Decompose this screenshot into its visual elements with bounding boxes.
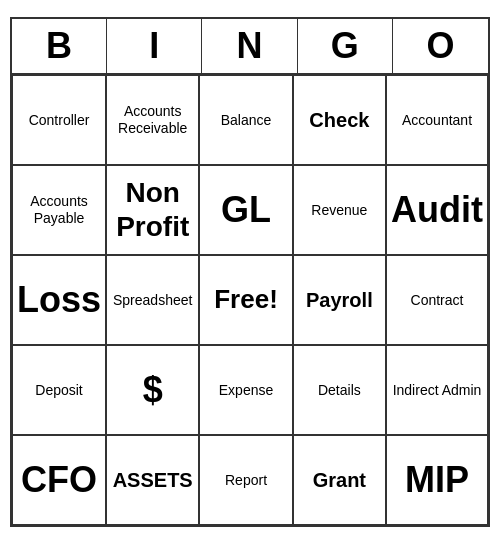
bingo-cell-5: Accounts Payable [12,165,106,255]
header-letter-I: I [107,19,202,73]
bingo-cell-20: CFO [12,435,106,525]
bingo-cell-3: Check [293,75,386,165]
bingo-cell-7: GL [199,165,292,255]
bingo-cell-23: Grant [293,435,386,525]
header-letter-B: B [12,19,107,73]
bingo-cell-19: Indirect Admin [386,345,488,435]
bingo-cell-12: Free! [199,255,292,345]
bingo-cell-4: Accountant [386,75,488,165]
bingo-cell-21: ASSETS [106,435,199,525]
bingo-cell-1: Accounts Receivable [106,75,199,165]
bingo-cell-15: Deposit [12,345,106,435]
bingo-cell-22: Report [199,435,292,525]
bingo-cell-24: MIP [386,435,488,525]
header-letter-G: G [298,19,393,73]
bingo-cell-10: Loss [12,255,106,345]
bingo-header: BINGO [12,19,488,75]
bingo-cell-18: Details [293,345,386,435]
bingo-cell-11: Spreadsheet [106,255,199,345]
header-letter-O: O [393,19,488,73]
bingo-cell-17: Expense [199,345,292,435]
bingo-grid: ControllerAccounts ReceivableBalanceChec… [12,75,488,525]
bingo-cell-2: Balance [199,75,292,165]
bingo-cell-9: Audit [386,165,488,255]
bingo-cell-0: Controller [12,75,106,165]
bingo-cell-6: Non Profit [106,165,199,255]
header-letter-N: N [202,19,297,73]
bingo-cell-14: Contract [386,255,488,345]
bingo-card: BINGO ControllerAccounts ReceivableBalan… [10,17,490,527]
bingo-cell-16: $ [106,345,199,435]
bingo-cell-8: Revenue [293,165,386,255]
bingo-cell-13: Payroll [293,255,386,345]
